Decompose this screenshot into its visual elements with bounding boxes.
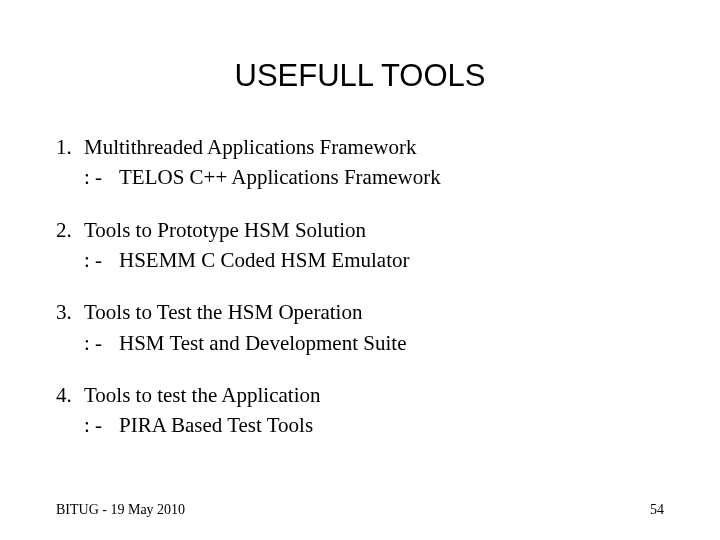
slide-title: USEFULL TOOLS xyxy=(0,58,720,94)
item-text: Tools to test the Application xyxy=(84,381,321,409)
item-number: 4. xyxy=(56,381,84,409)
sub-text: TELOS C++ Applications Framework xyxy=(119,163,441,191)
sub-bullet: : - xyxy=(84,246,119,274)
item-text: Tools to Prototype HSM Solution xyxy=(84,216,366,244)
footer-page-number: 54 xyxy=(650,502,664,518)
item-number: 2. xyxy=(56,216,84,244)
item-text: Tools to Test the HSM Operation xyxy=(84,298,362,326)
list-item: 4. Tools to test the Application : - PIR… xyxy=(56,381,656,440)
footer-left: BITUG - 19 May 2010 xyxy=(56,502,185,518)
item-text: Multithreaded Applications Framework xyxy=(84,133,416,161)
sub-text: HSM Test and Development Suite xyxy=(119,329,406,357)
list-item: 2. Tools to Prototype HSM Solution : - H… xyxy=(56,216,656,275)
sub-text: PIRA Based Test Tools xyxy=(119,411,313,439)
item-number: 1. xyxy=(56,133,84,161)
sub-bullet: : - xyxy=(84,329,119,357)
slide-footer: BITUG - 19 May 2010 54 xyxy=(56,502,664,518)
list-item: 3. Tools to Test the HSM Operation : - H… xyxy=(56,298,656,357)
sub-text: HSEMM C Coded HSM Emulator xyxy=(119,246,410,274)
tool-list: 1. Multithreaded Applications Framework … xyxy=(56,133,656,464)
list-item: 1. Multithreaded Applications Framework … xyxy=(56,133,656,192)
item-number: 3. xyxy=(56,298,84,326)
sub-bullet: : - xyxy=(84,411,119,439)
sub-bullet: : - xyxy=(84,163,119,191)
